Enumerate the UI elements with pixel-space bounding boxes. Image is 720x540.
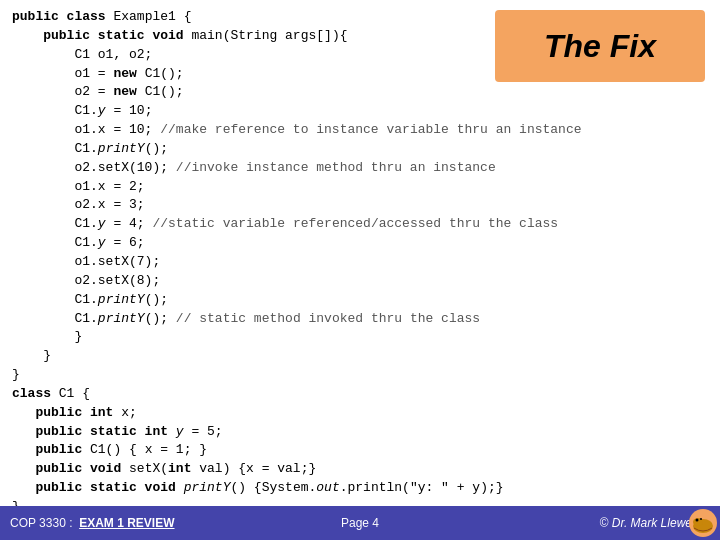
gator-icon bbox=[688, 508, 718, 538]
svg-point-4 bbox=[700, 518, 702, 520]
footer-page-text: Page 4 bbox=[341, 516, 379, 530]
footer-section-label: EXAM 1 REVIEW bbox=[79, 516, 174, 530]
fix-label-text: The Fix bbox=[544, 28, 656, 65]
fix-label-box: The Fix bbox=[495, 10, 705, 82]
svg-point-3 bbox=[696, 519, 699, 522]
footer-copyright: © Dr. Mark Llewellyn bbox=[477, 516, 710, 530]
footer-bar: COP 3330 : EXAM 1 REVIEW Page 4 © Dr. Ma… bbox=[0, 506, 720, 540]
footer-page: Page 4 bbox=[243, 516, 476, 530]
code-block: public class Example1 { public static vo… bbox=[12, 8, 708, 517]
footer-course: COP 3330 : EXAM 1 REVIEW bbox=[10, 516, 243, 530]
footer-course-text: COP 3330 : bbox=[10, 516, 72, 530]
